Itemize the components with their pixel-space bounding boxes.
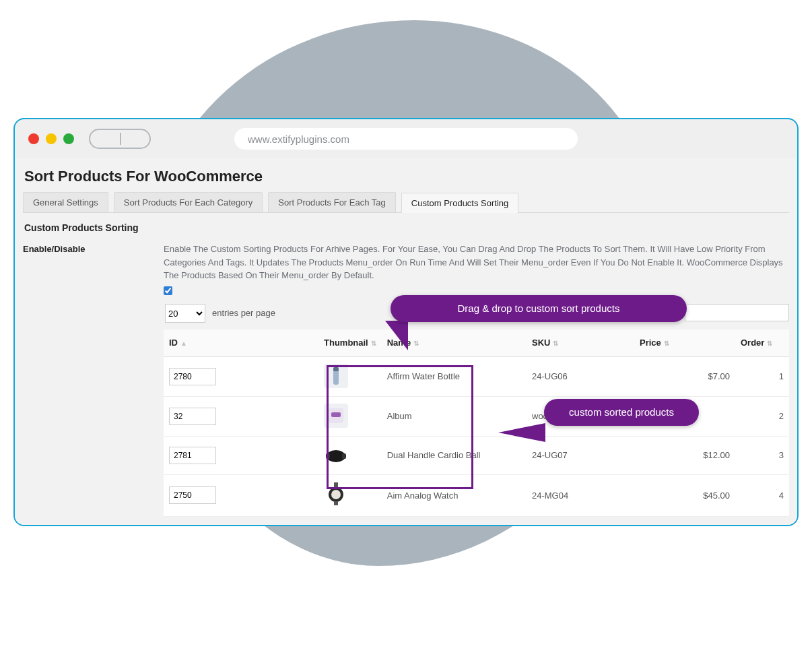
entries-select[interactable]: 20 — [165, 304, 205, 323]
callout-tail — [373, 321, 408, 350]
cell-order: 2 — [735, 397, 789, 437]
table-row[interactable]: Dual Handle Cardio Ball 24-UG07 $12.00 3 — [164, 436, 789, 475]
thumbnail-icon — [324, 443, 348, 468]
callout-drag-drop: Drag & drop to custom sort products — [391, 295, 687, 322]
enable-body: Enable The Custom Sorting Products For A… — [164, 243, 789, 517]
cell-order: 4 — [735, 475, 789, 517]
id-stepper[interactable] — [169, 486, 216, 504]
cell-sku: 24-MG04 — [527, 475, 634, 517]
enable-label: Enable/Disable — [23, 243, 147, 254]
tab-tag[interactable]: Sort Products For Each Tag — [268, 192, 395, 212]
sort-icon: ⇅ — [553, 340, 558, 347]
browser-chrome: www.extifyplugins.com — [15, 119, 797, 158]
url-bar[interactable]: www.extifyplugins.com — [234, 128, 578, 150]
svg-rect-7 — [334, 482, 338, 488]
tab-custom[interactable]: Custom Products Sorting — [401, 193, 519, 213]
cell-sku: 24-UG06 — [527, 356, 634, 397]
cell-name: Aim Analog Watch — [382, 475, 527, 517]
sort-icon: ⇅ — [664, 340, 669, 347]
id-stepper[interactable] — [169, 408, 216, 425]
thumbnail-icon — [324, 482, 348, 506]
svg-rect-1 — [333, 367, 339, 371]
sort-icon: ▲ — [180, 340, 187, 347]
entries-label: entries per page — [212, 307, 275, 320]
col-order[interactable]: Order⇅ — [735, 329, 789, 356]
close-icon[interactable] — [28, 133, 39, 144]
svg-rect-6 — [342, 453, 346, 459]
cell-order: 1 — [735, 356, 789, 397]
table-row[interactable]: Aim Analog Watch 24-MG04 $45.00 4 — [164, 475, 789, 517]
col-thumbnail[interactable]: Thumbnail⇅ — [318, 329, 382, 356]
svg-rect-10 — [334, 501, 338, 505]
enable-checkbox[interactable] — [164, 286, 172, 295]
table-body: Affirm Water Bottle 24-UG06 $7.00 1 Albu… — [164, 356, 789, 516]
search-input[interactable] — [685, 304, 789, 321]
enable-description: Enable The Custom Sorting Products For A… — [164, 243, 789, 282]
cell-price: $12.00 — [634, 436, 735, 475]
cell-name: Affirm Water Bottle — [382, 356, 527, 397]
id-stepper[interactable] — [169, 368, 216, 385]
svg-rect-5 — [326, 453, 330, 459]
svg-point-9 — [331, 490, 341, 499]
callout-tail — [498, 423, 545, 442]
col-sku[interactable]: SKU⇅ — [527, 329, 634, 356]
enable-setting-row: Enable/Disable Enable The Custom Sorting… — [23, 243, 789, 517]
minimize-icon[interactable] — [46, 133, 57, 144]
id-stepper[interactable] — [169, 447, 216, 464]
thumbnail-icon — [324, 364, 348, 388]
table-row[interactable]: Affirm Water Bottle 24-UG06 $7.00 1 — [164, 356, 789, 397]
col-price[interactable]: Price⇅ — [634, 329, 735, 356]
sort-icon: ⇅ — [767, 340, 772, 347]
url-text: www.extifyplugins.com — [248, 133, 349, 145]
thumbnail-icon — [324, 404, 348, 428]
cell-price: $45.00 — [634, 475, 735, 517]
tab-category[interactable]: Sort Products For Each Category — [114, 192, 263, 212]
cell-price: $7.00 — [634, 356, 735, 397]
sort-icon: ⇅ — [413, 340, 419, 347]
page-title: Sort Products For WooCommerce — [24, 168, 788, 185]
col-id[interactable]: ID▲ — [164, 329, 318, 356]
section-title: Custom Products Sorting — [24, 222, 788, 233]
products-table: ID▲ Thumbnail⇅ Name⇅ SKU⇅ Price⇅ Order⇅ — [164, 329, 789, 517]
settings-tabs: General Settings Sort Products For Each … — [23, 192, 789, 213]
tab-general[interactable]: General Settings — [23, 192, 108, 212]
maximize-icon[interactable] — [63, 133, 74, 144]
nav-pill[interactable] — [89, 129, 151, 149]
svg-rect-3 — [331, 412, 341, 417]
callout-sorted: custom sorted products — [544, 399, 699, 426]
traffic-lights — [28, 133, 74, 144]
cell-order: 3 — [735, 436, 789, 475]
